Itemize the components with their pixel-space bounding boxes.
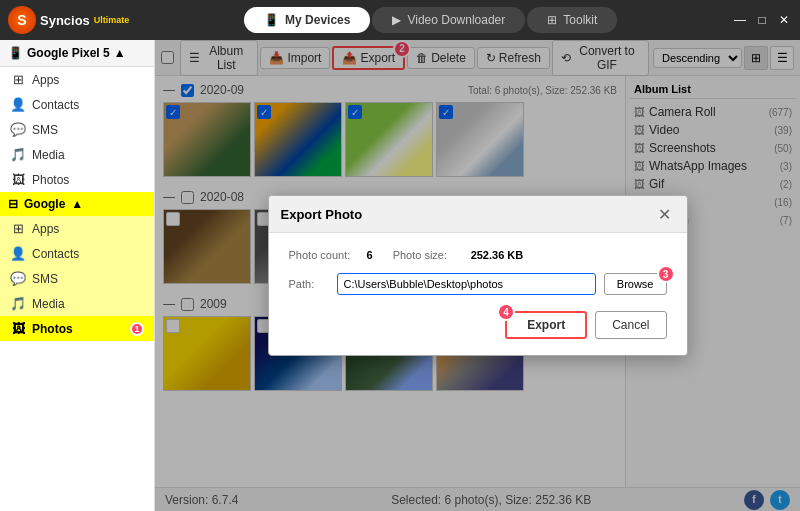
path-input[interactable]	[337, 273, 596, 295]
app-badge: Ultimate	[94, 15, 130, 25]
modal-title: Export Photo	[281, 207, 363, 222]
tab-video-downloader[interactable]: ▶ Video Downloader	[372, 7, 525, 33]
contacts1-label: Contacts	[32, 98, 79, 112]
sms2-label: SMS	[32, 272, 58, 286]
device1-name: Google Pixel 5	[27, 46, 110, 60]
photo-count-value: 6	[367, 249, 373, 261]
device2-icon: ⊟	[8, 197, 18, 211]
media2-icon: 🎵	[10, 296, 26, 311]
toolkit-tab-label: Toolkit	[563, 13, 597, 27]
export-confirm-button[interactable]: Export	[505, 311, 587, 339]
sidebar-item-contacts1[interactable]: 👤 Contacts	[0, 92, 154, 117]
apps1-label: Apps	[32, 73, 59, 87]
logo-icon: S	[8, 6, 36, 34]
modal-overlay: Export Photo ✕ Photo count: 6 Photo size…	[155, 40, 800, 511]
toolkit-tab-icon: ⊞	[547, 13, 557, 27]
modal-body: Photo count: 6 Photo size: 252.36 KB Pat…	[269, 233, 687, 355]
modal-close-button[interactable]: ✕	[655, 204, 675, 224]
export-dialog: Export Photo ✕ Photo count: 6 Photo size…	[268, 195, 688, 356]
contacts1-icon: 👤	[10, 97, 26, 112]
modal-actions: Export 4 Cancel	[289, 311, 667, 339]
contacts2-icon: 👤	[10, 246, 26, 261]
device1-sync-icon[interactable]: ▲	[114, 46, 126, 60]
media2-label: Media	[32, 297, 65, 311]
device1-header: 📱 Google Pixel 5 ▲	[0, 40, 154, 67]
tab-my-devices[interactable]: 📱 My Devices	[244, 7, 370, 33]
photos1-icon: 🖼	[10, 172, 26, 187]
sidebar-item-photos1[interactable]: 🖼 Photos	[0, 167, 154, 192]
sidebar-item-photos2[interactable]: 🖼 Photos 1	[0, 316, 154, 341]
device2-sync-icon: ▲	[71, 197, 83, 211]
app-logo: S Syncios Ultimate	[8, 6, 129, 34]
cancel-button[interactable]: Cancel	[595, 311, 666, 339]
media1-label: Media	[32, 148, 65, 162]
minimize-button[interactable]: —	[732, 12, 748, 28]
sidebar: 📱 Google Pixel 5 ▲ ⊞ Apps 👤 Contacts 💬 S…	[0, 40, 155, 511]
modal-path-row: Path: Browse 3	[289, 273, 667, 295]
app-name: Syncios	[40, 13, 90, 28]
modal-stats-row: Photo count: 6 Photo size: 252.36 KB	[289, 249, 667, 261]
sms1-icon: 💬	[10, 122, 26, 137]
window-controls: — □ ✕	[732, 12, 792, 28]
media1-icon: 🎵	[10, 147, 26, 162]
photo-count-field: Photo count: 6	[289, 249, 373, 261]
devices-tab-label: My Devices	[285, 13, 350, 27]
path-label: Path:	[289, 278, 329, 290]
video-tab-icon: ▶	[392, 13, 401, 27]
device2-header[interactable]: ⊟ Google ▲	[0, 192, 154, 216]
photo-size-label: Photo size:	[393, 249, 463, 261]
annotation-1: 1	[130, 322, 144, 336]
content-wrapper: ☰ Album List 📥 Import 📤 Export 2 🗑 Delet…	[155, 40, 800, 511]
sidebar-item-sms1[interactable]: 💬 SMS	[0, 117, 154, 142]
devices-tab-icon: 📱	[264, 13, 279, 27]
apps2-icon: ⊞	[10, 221, 26, 236]
photo-count-label: Photo count:	[289, 249, 359, 261]
sidebar-item-sms2[interactable]: 💬 SMS	[0, 266, 154, 291]
video-tab-label: Video Downloader	[407, 13, 505, 27]
photos2-icon: 🖼	[10, 321, 26, 336]
photo-size-field: Photo size: 252.36 KB	[393, 249, 524, 261]
sms2-icon: 💬	[10, 271, 26, 286]
maximize-button[interactable]: □	[754, 12, 770, 28]
nav-tabs: 📱 My Devices ▶ Video Downloader ⊞ Toolki…	[133, 7, 728, 33]
photos1-label: Photos	[32, 173, 69, 187]
sms1-label: SMS	[32, 123, 58, 137]
photo-size-value: 252.36 KB	[471, 249, 524, 261]
annotation-3: 3	[657, 265, 675, 283]
apps2-label: Apps	[32, 222, 59, 236]
top-bar: S Syncios Ultimate 📱 My Devices ▶ Video …	[0, 0, 800, 40]
close-button[interactable]: ✕	[776, 12, 792, 28]
sidebar-item-contacts2[interactable]: 👤 Contacts	[0, 241, 154, 266]
sidebar-item-apps2[interactable]: ⊞ Apps	[0, 216, 154, 241]
device1-icon: 📱	[8, 46, 23, 60]
sidebar-item-apps1[interactable]: ⊞ Apps	[0, 67, 154, 92]
main-area: 📱 Google Pixel 5 ▲ ⊞ Apps 👤 Contacts 💬 S…	[0, 40, 800, 511]
modal-header: Export Photo ✕	[269, 196, 687, 233]
photos2-label: Photos	[32, 322, 73, 336]
annotation-4: 4	[497, 303, 515, 321]
device2-name: Google	[24, 197, 65, 211]
sidebar-item-media1[interactable]: 🎵 Media	[0, 142, 154, 167]
tab-toolkit[interactable]: ⊞ Toolkit	[527, 7, 617, 33]
sidebar-item-media2[interactable]: 🎵 Media	[0, 291, 154, 316]
contacts2-label: Contacts	[32, 247, 79, 261]
apps1-icon: ⊞	[10, 72, 26, 87]
